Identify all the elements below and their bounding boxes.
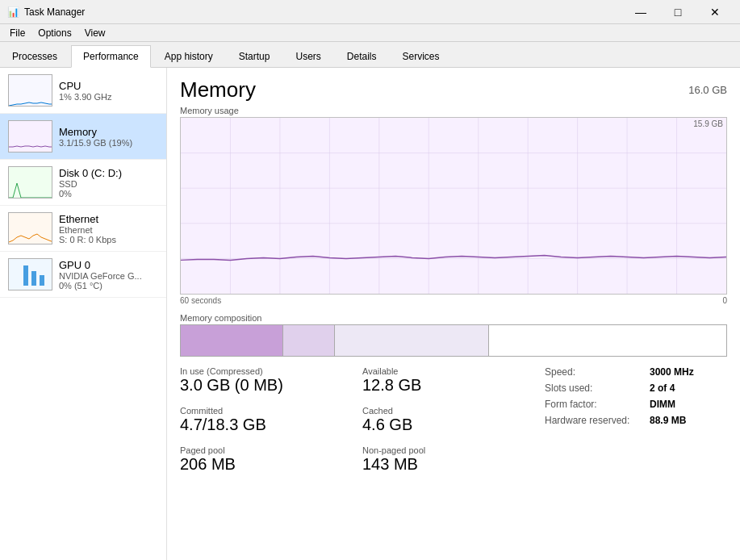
tab-startup[interactable]: Startup xyxy=(227,45,282,67)
stat-committed: Committed 4.7/18.3 GB xyxy=(180,406,362,434)
disk-title: Disk 0 (C: D:) xyxy=(59,167,158,179)
stat-form-factor-value: DIMM xyxy=(650,399,675,410)
cpu-info: CPU 1% 3.90 GHz xyxy=(59,80,158,102)
stat-in-use-value: 3.0 GB (0 MB) xyxy=(180,376,362,395)
stat-cached-label: Cached xyxy=(362,406,545,416)
ethernet-title: Ethernet xyxy=(59,213,158,225)
tab-bar: Processes Performance App history Startu… xyxy=(0,42,740,68)
chart-max-label: 15.9 GB xyxy=(693,119,723,128)
svg-rect-5 xyxy=(23,265,28,286)
composition-label: Memory composition xyxy=(180,313,727,323)
maximize-button[interactable]: □ xyxy=(659,0,696,24)
memory-title-large: Memory xyxy=(180,77,256,102)
stat-speed-row: Speed: 3000 MHz xyxy=(545,366,727,378)
chart-section: Memory usage xyxy=(167,106,740,307)
ethernet-thumbnail xyxy=(8,212,52,244)
tab-performance[interactable]: Performance xyxy=(71,45,151,68)
tab-processes[interactable]: Processes xyxy=(0,45,69,67)
svg-rect-1 xyxy=(9,121,52,153)
stat-form-factor-row: Form factor: DIMM xyxy=(545,399,727,410)
stat-available-label: Available xyxy=(362,366,545,376)
stat-form-factor-label: Form factor: xyxy=(545,399,650,410)
ethernet-subtitle: Ethernet xyxy=(59,225,158,235)
svg-rect-2 xyxy=(9,167,52,199)
stat-in-use: In use (Compressed) 3.0 GB (0 MB) xyxy=(180,366,362,395)
disk-info: Disk 0 (C: D:) SSD 0% xyxy=(59,167,158,199)
stat-available-value: 12.8 GB xyxy=(362,376,545,395)
sidebar-item-gpu[interactable]: GPU 0 NVIDIA GeForce G... 0% (51 °C) xyxy=(0,252,166,298)
disk-subtitle: SSD xyxy=(59,179,158,189)
sidebar-item-disk[interactable]: Disk 0 (C: D:) SSD 0% xyxy=(0,160,166,206)
cpu-title: CPU xyxy=(59,80,158,92)
stat-committed-label: Committed xyxy=(180,406,362,416)
cpu-subtitle: 1% 3.90 GHz xyxy=(59,92,158,102)
sidebar-item-cpu[interactable]: CPU 1% 3.90 GHz xyxy=(0,68,166,114)
svg-rect-6 xyxy=(31,271,36,286)
gpu-subtitle: NVIDIA GeForce G... xyxy=(59,271,158,281)
stat-hw-reserved-row: Hardware reserved: 88.9 MB xyxy=(545,415,727,426)
stats-grid: In use (Compressed) 3.0 GB (0 MB) Commit… xyxy=(167,357,740,485)
stat-paged-pool-value: 206 MB xyxy=(180,455,362,474)
menu-options[interactable]: Options xyxy=(31,26,77,40)
memory-total-size: 16.0 GB xyxy=(688,84,727,96)
stat-non-paged-pool-value: 143 MB xyxy=(362,455,545,474)
disk-thumbnail xyxy=(8,166,52,199)
tab-app-history[interactable]: App history xyxy=(153,45,225,67)
main-layout: CPU 1% 3.90 GHz Memory 3.1/15.9 GB (19%) xyxy=(0,68,740,560)
stat-slots-label: Slots used: xyxy=(545,382,650,394)
gpu-info: GPU 0 NVIDIA GeForce G... 0% (51 °C) xyxy=(59,259,158,290)
memory-subtitle: 3.1/15.9 GB (19%) xyxy=(59,138,158,148)
tab-services[interactable]: Services xyxy=(391,45,452,67)
title-text: Task Manager xyxy=(24,6,85,18)
minimize-button[interactable]: — xyxy=(622,0,659,24)
svg-rect-3 xyxy=(9,213,52,244)
stat-hw-reserved-label: Hardware reserved: xyxy=(545,415,650,426)
menu-bar: File Options View xyxy=(0,24,740,42)
disk-value: 0% xyxy=(59,189,158,199)
ethernet-value: S: 0 R: 0 Kbps xyxy=(59,235,158,244)
svg-rect-0 xyxy=(9,75,52,107)
stat-speed-label: Speed: xyxy=(545,366,650,378)
tab-users[interactable]: Users xyxy=(283,45,332,67)
sidebar-item-memory[interactable]: Memory 3.1/15.9 GB (19%) xyxy=(0,114,166,160)
content-area: Memory 16.0 GB Memory usage xyxy=(167,68,740,560)
title-bar-left: 📊 Task Manager xyxy=(6,6,85,19)
stat-slots-row: Slots used: 2 of 4 xyxy=(545,382,727,394)
memory-thumbnail xyxy=(8,120,52,153)
svg-rect-4 xyxy=(9,259,52,290)
stat-slots-value: 2 of 4 xyxy=(650,382,675,394)
comp-in-use xyxy=(181,325,283,356)
app-icon: 📊 xyxy=(6,6,19,19)
stat-non-paged-pool: Non-paged pool 143 MB xyxy=(362,445,545,474)
composition-bar xyxy=(180,324,727,357)
chart-label: Memory usage xyxy=(180,106,727,115)
close-button[interactable]: ✕ xyxy=(696,0,734,24)
sidebar-item-ethernet[interactable]: Ethernet Ethernet S: 0 R: 0 Kbps xyxy=(0,206,166,252)
menu-file[interactable]: File xyxy=(3,26,31,40)
composition-section: Memory composition xyxy=(167,313,740,357)
title-bar: 📊 Task Manager — □ ✕ xyxy=(0,0,740,24)
menu-view[interactable]: View xyxy=(78,26,112,40)
stat-paged-pool: Paged pool 206 MB xyxy=(180,445,362,474)
stats-col-2: Available 12.8 GB Cached 4.6 GB Non-page… xyxy=(362,366,545,485)
gpu-title: GPU 0 xyxy=(59,259,158,271)
stat-hw-reserved-value: 88.9 MB xyxy=(650,415,686,426)
svg-rect-7 xyxy=(40,275,44,286)
stat-non-paged-pool-label: Non-paged pool xyxy=(362,445,545,455)
stat-committed-value: 4.7/18.3 GB xyxy=(180,416,362,434)
stat-in-use-label: In use (Compressed) xyxy=(180,366,362,376)
memory-usage-chart: 15.9 GB xyxy=(180,117,727,295)
tab-details[interactable]: Details xyxy=(335,45,389,67)
stat-cached-value: 4.6 GB xyxy=(362,416,545,434)
memory-info: Memory 3.1/15.9 GB (19%) xyxy=(59,126,158,148)
memory-header: Memory 16.0 GB xyxy=(167,68,740,106)
memory-title: Memory xyxy=(59,126,158,138)
chart-time-right: 0 xyxy=(722,296,727,305)
chart-time-labels: 60 seconds 0 xyxy=(180,295,727,307)
stat-cached: Cached 4.6 GB xyxy=(362,406,545,434)
stat-available: Available 12.8 GB xyxy=(362,366,545,395)
cpu-thumbnail xyxy=(8,74,52,107)
stats-col-3: Speed: 3000 MHz Slots used: 2 of 4 Form … xyxy=(545,366,727,485)
gpu-thumbnail xyxy=(8,258,52,290)
gpu-value: 0% (51 °C) xyxy=(59,281,158,290)
